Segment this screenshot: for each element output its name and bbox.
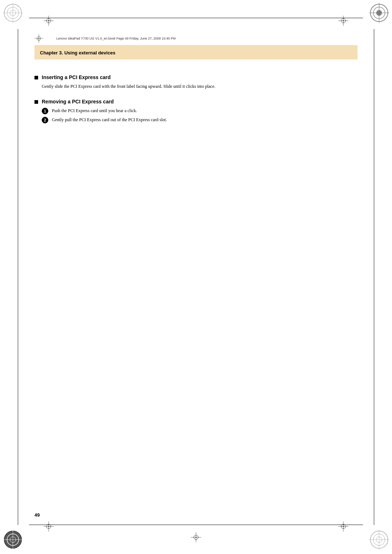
bullet-removing [34,100,38,104]
chapter-title: Chapter 3. Using external devices [40,50,115,56]
crosshair-top-left [44,16,54,27]
step-text-1: Push the PCI Express card until you hear… [52,107,358,114]
crosshair-bottom-right [338,521,348,533]
section-removing-title: Removing a PCI Express card [42,99,114,104]
crosshair-file-info [34,34,43,43]
step-number-2: 2 [42,117,48,123]
deco-circle-br [369,530,389,551]
file-info-bar: Lenovo IdeaPad Y730 UG V1.0_en.book Page… [34,34,358,42]
main-content: Inserting a PCI Express card Gently slid… [34,74,358,132]
crosshair-bottom-left [44,521,54,533]
chapter-band: Chapter 3. Using external devices [34,45,358,59]
deco-circle-bl [3,530,23,551]
section-inserting-body: Gently slide the PCI Express card with t… [42,83,358,90]
right-border-line [374,29,374,525]
removing-step-2: 2 Gently pull the PCI Express card out o… [42,116,358,123]
top-border-line [29,18,363,18]
page-number: 49 [34,512,40,518]
section-inserting-title: Inserting a PCI Express card [42,74,111,80]
crosshair-top-right [338,16,348,27]
content-area: Lenovo IdeaPad Y730 UG V1.0_en.book Page… [34,34,358,520]
section-removing-header: Removing a PCI Express card [34,99,358,104]
step-text-2: Gently pull the PCI Express card out of … [52,116,358,123]
left-border-line [18,29,18,525]
step-number-1: 1 [42,108,48,114]
deco-circle-tl [3,3,23,24]
bullet-inserting [34,76,38,79]
page: Lenovo IdeaPad Y730 UG V1.0_en.book Page… [0,0,392,554]
file-info-text: Lenovo IdeaPad Y730 UG V1.0_en.book Page… [56,37,176,40]
section-removing: Removing a PCI Express card 1 Push the P… [34,99,358,123]
removing-step-1: 1 Push the PCI Express card until you he… [42,107,358,114]
section-inserting-header: Inserting a PCI Express card [34,74,358,80]
crosshair-bottom-center [191,532,201,544]
section-inserting: Inserting a PCI Express card Gently slid… [34,74,358,90]
bottom-border-line [29,525,363,525]
deco-circle-tr [369,3,389,24]
removing-steps-list: 1 Push the PCI Express card until you he… [42,107,358,123]
